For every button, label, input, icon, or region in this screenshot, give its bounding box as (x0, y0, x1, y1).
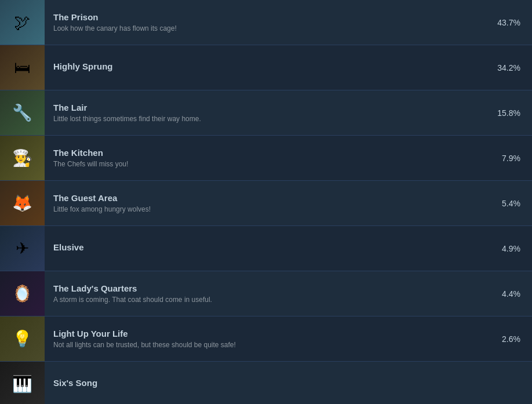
svg-text:🦊: 🦊 (12, 194, 32, 213)
svg-text:💡: 💡 (12, 329, 32, 348)
achievement-row[interactable]: ✈Elusive4.9% (0, 226, 532, 271)
achievement-image-prison: 🕊 (0, 0, 45, 45)
achievement-content-sixs-song: Six's Song (45, 372, 491, 396)
achievement-row[interactable]: 🔧The LairLittle lost things sometimes fi… (0, 90, 532, 136)
svg-text:🎹: 🎹 (12, 374, 32, 394)
achievement-title-elusive: Elusive (53, 242, 483, 252)
svg-text:🪞: 🪞 (12, 284, 32, 303)
achievement-content-guest-area: The Guest AreaLittle fox among hungry wo… (45, 187, 491, 219)
achievement-content-highly-sprung: Highly Sprung (45, 56, 491, 79)
achievement-row[interactable]: 🛏Highly Sprung34.2% (0, 45, 532, 90)
achievement-row[interactable]: 👨‍🍳The KitchenThe Chefs will miss you!7.… (0, 136, 532, 181)
achievement-title-kitchen: The Kitchen (53, 148, 483, 158)
achievement-desc-light-up: Not all lights can be trusted, but these… (53, 341, 483, 349)
achievement-row[interactable]: 🎹Six's Song (0, 362, 532, 404)
achievement-image-sixs-song: 🎹 (0, 362, 45, 404)
achievement-row[interactable]: 💡Light Up Your LifeNot all lights can be… (0, 316, 532, 362)
achievement-row[interactable]: 🪞The Lady's QuartersA storm is coming. T… (0, 271, 532, 316)
achievement-percent-elusive: 4.9% (491, 244, 532, 253)
achievement-percent-light-up: 2.6% (491, 334, 532, 344)
achievement-content-ladys-quarters: The Lady's QuartersA storm is coming. Th… (45, 278, 491, 310)
achievement-desc-prison: Look how the canary has flown its cage! (53, 24, 483, 32)
achievement-title-prison: The Prison (53, 12, 483, 22)
svg-text:🔧: 🔧 (12, 103, 32, 122)
achievement-content-prison: The PrisonLook how the canary has flown … (45, 6, 491, 38)
achievement-image-lair: 🔧 (0, 90, 45, 135)
achievement-image-kitchen: 👨‍🍳 (0, 136, 45, 180)
achievement-image-elusive: ✈ (0, 226, 45, 271)
achievement-content-kitchen: The KitchenThe Chefs will miss you! (45, 142, 491, 174)
achievement-row[interactable]: 🕊The PrisonLook how the canary has flown… (0, 0, 532, 45)
achievement-title-lair: The Lair (53, 103, 483, 112)
achievement-percent-kitchen: 7.9% (491, 154, 532, 163)
achievement-title-highly-sprung: Highly Sprung (53, 61, 483, 71)
achievement-title-sixs-song: Six's Song (53, 378, 483, 388)
achievement-image-guest-area: 🦊 (0, 181, 45, 225)
achievement-percent-ladys-quarters: 4.4% (491, 289, 532, 299)
achievement-percent-lair: 15.8% (491, 108, 532, 118)
achievement-desc-guest-area: Little fox among hungry wolves! (53, 205, 483, 213)
achievement-content-light-up: Light Up Your LifeNot all lights can be … (45, 323, 491, 355)
achievement-image-ladys-quarters: 🪞 (0, 271, 45, 316)
achievement-desc-kitchen: The Chefs will miss you! (53, 160, 483, 168)
achievement-title-light-up: Light Up Your Life (53, 329, 483, 339)
svg-text:🛏: 🛏 (14, 59, 30, 77)
svg-text:👨‍🍳: 👨‍🍳 (12, 148, 32, 168)
achievement-list: 🕊The PrisonLook how the canary has flown… (0, 0, 532, 404)
svg-text:🕊: 🕊 (14, 13, 30, 31)
achievement-desc-ladys-quarters: A storm is coming. That coat should come… (53, 296, 483, 304)
achievement-image-light-up: 💡 (0, 316, 45, 361)
achievement-title-guest-area: The Guest Area (53, 193, 483, 203)
achievement-percent-prison: 43.7% (491, 18, 532, 27)
achievement-percent-guest-area: 5.4% (491, 199, 532, 208)
achievement-desc-lair: Little lost things sometimes find their … (53, 115, 483, 123)
achievement-row[interactable]: 🦊The Guest AreaLittle fox among hungry w… (0, 181, 532, 226)
achievement-image-highly-sprung: 🛏 (0, 45, 45, 90)
achievement-content-lair: The LairLittle lost things sometimes fin… (45, 97, 491, 129)
svg-text:✈: ✈ (16, 239, 29, 257)
achievement-title-ladys-quarters: The Lady's Quarters (53, 283, 483, 293)
achievement-percent-highly-sprung: 34.2% (491, 63, 532, 72)
achievement-content-elusive: Elusive (45, 236, 491, 260)
